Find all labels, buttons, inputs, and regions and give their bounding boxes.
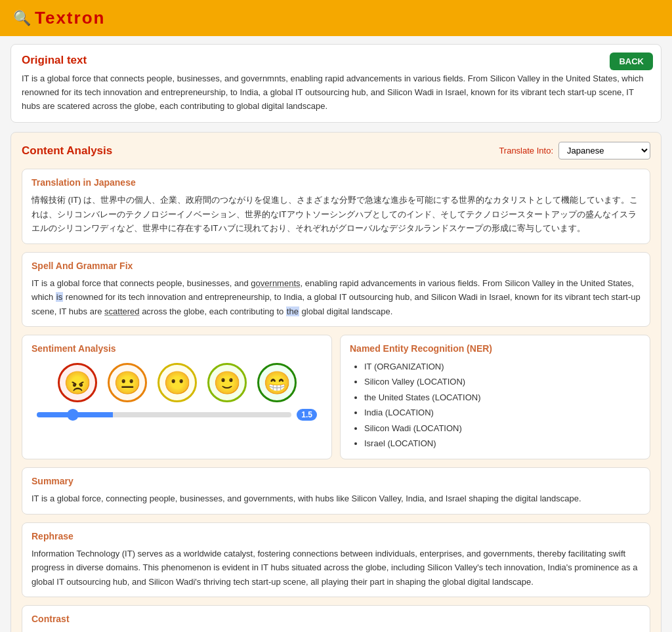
spell-text-4: across the globe, each contributing to [140, 306, 286, 316]
original-text-body: IT is a global force that connects peopl… [22, 72, 650, 113]
list-item: Israel (LOCATION) [364, 436, 640, 451]
list-item: the United States (LOCATION) [364, 390, 640, 405]
ner-subsection: Named Entity Recognition (NER) IT (ORGAN… [340, 335, 650, 459]
spell-word-the: the [286, 306, 299, 316]
spell-fix-title: Spell And Grammar Fix [32, 261, 640, 271]
contrast-body: In contrast, Information Technology (IT)… [32, 629, 640, 632]
logo-icon: 🔍 [13, 10, 31, 27]
translation-subsection: Translation in Japanese 情報技術 (IT) は、世界中の… [22, 169, 650, 243]
ner-title: Named Entity Recognition (NER) [350, 343, 640, 354]
summary-body: IT is a global force, connecting people,… [32, 492, 640, 505]
header: 🔍 Textron [0, 0, 672, 36]
main-content: Original text IT is a global force that … [0, 36, 672, 632]
sentiment-slider-wrap: 1.5 [32, 409, 322, 421]
sentiment-subsection: Sentiment Analysis 😠 😐 😶 🙂 😁 1.5 [22, 335, 332, 459]
spell-word-is: is [56, 292, 63, 302]
list-item: Silicon Valley (LOCATION) [364, 374, 640, 389]
spell-text-1: IT is a global force that connects peopl… [32, 278, 251, 288]
sentiment-faces: 😠 😐 😶 🙂 😁 [32, 363, 322, 402]
summary-title: Summary [32, 476, 640, 486]
spell-text-5: global digital landscape. [299, 306, 392, 316]
translate-label: Translate Into: [499, 146, 553, 156]
translation-body: 情報技術 (IT) は、世界中の個人、企業、政府間のつながりを促進し、さまざまな… [32, 193, 640, 235]
face-negative: 😐 [108, 363, 147, 402]
summary-subsection: Summary IT is a global force, connecting… [22, 467, 650, 514]
spell-word-governments: governments [251, 278, 300, 288]
sentiment-title: Sentiment Analysis [32, 343, 322, 354]
contrast-title: Contrast [32, 614, 640, 624]
sentiment-slider-value: 1.5 [297, 409, 317, 421]
logo-text: Textron [35, 8, 105, 28]
rephrase-subsection: Rephrase Information Technology (IT) ser… [22, 522, 650, 597]
face-very-positive: 😁 [257, 363, 297, 402]
translate-select[interactable]: Japanese [558, 142, 650, 159]
original-text-title: Original text [22, 54, 650, 67]
sentiment-ner-row: Sentiment Analysis 😠 😐 😶 🙂 😁 1.5 Named E… [22, 335, 650, 459]
ner-list: IT (ORGANIZATION) Silicon Valley (LOCATI… [350, 359, 640, 451]
list-item: India (LOCATION) [364, 405, 640, 420]
translate-into-area: Translate Into: Japanese [499, 142, 650, 159]
original-text-section: Original text IT is a global force that … [10, 44, 662, 123]
content-analysis-section: Content Analysis Translate Into: Japanes… [10, 132, 662, 632]
spell-fix-body: IT is a global force that connects peopl… [32, 276, 640, 318]
rephrase-title: Rephrase [32, 531, 640, 541]
contrast-subsection: Contrast In contrast, Information Techno… [22, 605, 650, 632]
rephrase-body: Information Technology (IT) serves as a … [32, 547, 640, 589]
face-neutral: 😶 [158, 363, 197, 402]
content-analysis-header: Content Analysis Translate Into: Japanes… [22, 142, 650, 159]
translation-title: Translation in Japanese [32, 177, 640, 188]
spell-word-scattered: scattered [104, 306, 139, 316]
sentiment-slider[interactable] [37, 412, 291, 417]
back-button-top[interactable]: BACK [610, 53, 653, 70]
face-positive: 🙂 [207, 363, 247, 402]
content-analysis-title: Content Analysis [22, 144, 112, 158]
list-item: Silicon Wadi (LOCATION) [364, 421, 640, 436]
spell-fix-subsection: Spell And Grammar Fix IT is a global for… [22, 252, 650, 327]
face-very-negative: 😠 [58, 363, 97, 402]
list-item: IT (ORGANIZATION) [364, 359, 640, 374]
